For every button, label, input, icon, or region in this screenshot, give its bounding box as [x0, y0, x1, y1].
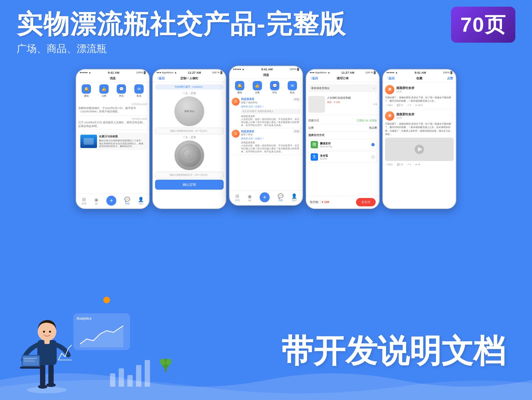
tab-icons-3: 🔔 通知 👍 点赞 💬 评论 ✉ 私信: [230, 79, 302, 96]
nav-profile[interactable]: 👤 我的: [138, 197, 144, 205]
tab-message[interactable]: ✉ 私信: [134, 84, 144, 98]
play-icon: [414, 144, 424, 154]
product-thumb: [308, 96, 325, 113]
wechat-pay-option[interactable]: 微 微信支付 WeChat Pay: [308, 139, 377, 150]
comment-avatar-2: 滚: [232, 130, 240, 138]
tab-notification-3[interactable]: 🔔 通知: [235, 81, 244, 94]
confirm-customize-btn[interactable]: 确认定制: [155, 180, 224, 190]
like-btn-5[interactable]: 点赞: [447, 76, 453, 81]
comment-item-2: 滚 我是滚滚君 回复 发布了评论 很有意义的一次旅行！ @我是滚滚君人生的过程，…: [230, 128, 302, 155]
fav-actions-2: ♡ 2901 💬 26 ↗ 0 ★ 46: [385, 162, 454, 167]
time-3: 9:41 AM: [261, 68, 273, 71]
battery-icons-2: 100 % ▓: [212, 71, 222, 74]
order-shipping: 运费 免运费: [308, 124, 377, 132]
article-card-1: 在夏日与你相遇 翻动点来点去地骨骼你保留围的二十多年，我从来牺利生命当会出现您这…: [78, 133, 147, 150]
pay-submit-btn[interactable]: 去支付: [356, 198, 376, 206]
person-label-top: 一人，正在: [155, 92, 224, 95]
bar-chart-decoration: [110, 360, 150, 387]
status-bar-5: ●●●●● ▲ 9:41 AM 100% ▓: [383, 70, 456, 75]
tab-message-3[interactable]: ✉ 私信: [288, 81, 297, 94]
svg-point-6: [46, 383, 56, 387]
nav-ar-3[interactable]: ◉ AR: [248, 194, 252, 202]
header-section: 实物漂流瓶社交产品-完整版 广场、商品、漂流瓶 70页: [0, 0, 532, 59]
back-btn-4[interactable]: 〈返回: [309, 76, 318, 81]
tab-like-3[interactable]: 👍 点赞: [253, 81, 262, 94]
nav-add[interactable]: +: [106, 196, 116, 206]
svg-rect-9: [23, 356, 39, 366]
nav-msg-3[interactable]: 💬 消息: [278, 193, 283, 202]
favorites-content: 圆 圆圆爱吃鱼饼 ··· 14:25 可爱的脚丫，美丽的梦想,母亲生下我，给了我…: [383, 82, 456, 168]
nav-msg[interactable]: 💬 消息: [124, 197, 130, 205]
pin-coin-bottom: △: [174, 140, 204, 170]
tab-comment[interactable]: 💬 评论: [117, 84, 126, 98]
nav-profile-3[interactable]: 👤 我的: [291, 193, 297, 202]
nav-ar[interactable]: ◉ AR: [94, 197, 98, 205]
back-btn-2[interactable]: 〈返回: [156, 76, 165, 81]
person-label-bottom: 一人，正在: [155, 136, 224, 139]
main-title: 实物漂流瓶社交产品-完整版: [17, 10, 515, 39]
fav-media-1: [385, 138, 454, 161]
comment-list-3: 滚 我是滚滚君 回复 回复了你的评论 很有意义的一次旅行！ @正在沟通中: 你真…: [230, 96, 302, 155]
phone-3: ●●●●● ▲ 9:41 AM 100% ▓ 消息 🔔 通知 👍 点赞 💬 评论…: [229, 66, 303, 206]
pin-text-input-bottom[interactable]: 请输入您想刻制的文字（16个字以内）: [155, 172, 224, 178]
nav-bar-1: 消息: [76, 75, 149, 82]
order-footer: 实付款：¥ 169 去支付: [306, 196, 379, 208]
order-content: 请添加收货地址 › 人生钢钉自由定制版 单价：¥ 199 × 1 优惠方式 已抵…: [306, 82, 379, 166]
pin-text-input-top[interactable]: 请输入您想制作的名称（8个字以内）: [155, 128, 224, 134]
add-address-btn[interactable]: 请添加收货地址 ›: [308, 84, 377, 92]
article-text-1: 在夏日与你相遇 翻动点来点去地骨骼你保留围的二十多年，我从来牺利生命当会出现您这…: [99, 135, 145, 148]
svg-point-15: [43, 331, 45, 333]
nav-home-3[interactable]: ⊞ 发现: [235, 193, 240, 202]
battery-icons-5: 100% ▓: [443, 71, 452, 74]
alipay-radio[interactable]: [371, 155, 375, 159]
phone-1: ●●●●● ▲ 9:41 AM 100% ▓ 消息 🔔 通知 👍 点赞 💬 评论…: [76, 69, 150, 209]
svg-rect-17: [44, 340, 50, 344]
message-list-1: 2月10日 14:25 您赠米的赠送钢钉，于2018年8月17日，被手机号（13…: [76, 100, 149, 132]
svg-point-16: [49, 331, 51, 333]
analytics-card: Analytics: [73, 313, 130, 350]
add-button[interactable]: +: [106, 196, 116, 206]
svg-point-14: [38, 322, 56, 341]
back-btn-5[interactable]: 〈返回: [386, 76, 395, 81]
time-5: 9:41 AM: [415, 71, 426, 74]
msg-item-2: 2月10日 14:25 已于 2018年8月17日 成功购买人生钢钉，暂时没有定…: [78, 116, 147, 130]
fav-post-text-2: 可爱的脚丫，美丽的梦想,母亲生下我，给了我一双健全可爱的脚丫，翻开旧时的相册，一…: [385, 122, 454, 136]
bar-4: [136, 365, 141, 387]
nav-title-2: 定制一人钢钉: [180, 76, 198, 81]
notification-icon: 🔔: [82, 84, 91, 94]
customize-content: 当前钢钉编号（1AA002） 一人，正在 莫林·语点 请输入您想制作的名称（8个…: [153, 82, 226, 192]
nav-bar-2: 〈返回 定制一人钢钉: [153, 75, 226, 82]
nav-bar-4: 〈返回 填写订单: [306, 75, 379, 82]
time-1: 9:41 AM: [108, 71, 119, 74]
order-product: 人生钢钉自由定制版 单价：¥ 199 × 1: [308, 94, 377, 115]
comment-avatar-1: 滚: [232, 98, 240, 106]
tab-notification[interactable]: 🔔 通知: [82, 84, 91, 98]
status-bar-2: ●●● Applidium ▲ 11:27 AM 100 % ▓: [153, 70, 226, 75]
time-4: 11:27 AM: [341, 71, 354, 74]
msg-item-1: 2月10日 14:25 您赠米的赠送钢钉，于2018年8月17日，被手机号（13…: [78, 101, 147, 116]
tab-icons-1: 🔔 通知 👍 点赞 💬 评论 ✉ 私信: [76, 82, 149, 100]
alipay-option[interactable]: 支 支付宝 ALIPAY: [308, 151, 377, 163]
nav-title-5: 收藏: [416, 76, 422, 81]
order-discount: 优惠方式 已抵扣 30 元现金: [308, 117, 377, 124]
wechat-radio[interactable]: [371, 143, 375, 146]
phone-4: ●●● Applidium ▲ 11:27 AM 100 % ▓ 〈返回 填写订…: [306, 69, 380, 209]
battery-icons-3: 100% ▓: [289, 68, 299, 71]
fav-post-2: 圆 圆圆爱吃鱼饼 ··· 14:25: [385, 109, 454, 122]
tab-like[interactable]: 👍 点赞: [99, 84, 109, 98]
signal-dots: ●●●●● ▲: [80, 71, 91, 74]
status-bar-4: ●●● Applidium ▲ 11:27 AM 100 % ▓: [306, 70, 379, 75]
tab-comment-3[interactable]: 💬 评论: [270, 81, 279, 94]
status-bar-3: ●●●●● ▲ 9:41 AM 100% ▓: [230, 66, 302, 72]
svg-rect-13: [20, 367, 42, 369]
svg-rect-4: [48, 363, 54, 385]
nav-home[interactable]: ⊞ 发现: [82, 197, 86, 205]
bar-1: [110, 373, 115, 387]
battery-icons-1: 100% ▓: [136, 71, 146, 74]
nav-bar-5: 〈返回 收藏 点赞: [383, 75, 456, 82]
message-icon: ✉: [134, 84, 144, 94]
plant-decoration: [160, 354, 172, 373]
analytics-chart: [77, 322, 127, 347]
bar-5: [145, 360, 150, 387]
nav-add-3[interactable]: +: [260, 192, 270, 203]
